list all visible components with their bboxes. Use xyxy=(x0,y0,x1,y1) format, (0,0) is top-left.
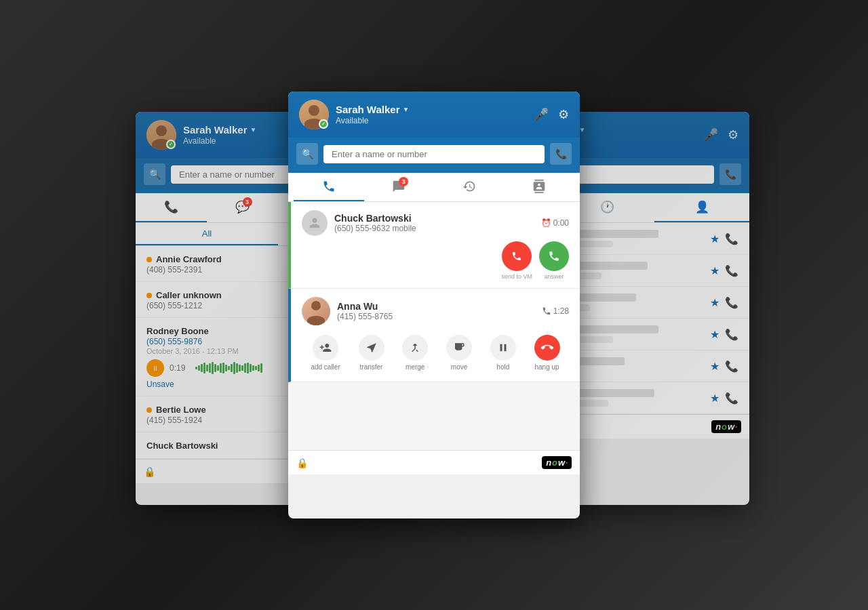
active-caller-info: Anna Wu (415) 555-8765 xyxy=(337,301,535,321)
waveform-bar xyxy=(233,362,235,374)
active-caller-name: Anna Wu xyxy=(337,301,535,312)
active-caller-avatar xyxy=(302,297,330,325)
move-action[interactable]: move xyxy=(446,335,472,371)
call-icon[interactable]: 📞 xyxy=(725,232,738,245)
call-actions-incoming: send to VM answer xyxy=(302,241,569,280)
send-to-vm-button[interactable] xyxy=(502,241,532,271)
search-button[interactable]: 🔍 xyxy=(144,163,165,185)
user-status-indicator-center xyxy=(319,119,328,129)
favorite-icon[interactable]: ★ xyxy=(710,328,719,341)
settings-icon-center[interactable]: ⚙ xyxy=(558,107,569,122)
send-to-vm-label: send to VM xyxy=(501,273,532,280)
incoming-call-card: Chuck Bartowski (650) 555-9632 mobile ⏰ … xyxy=(288,202,580,289)
lock-icon: 🔒 xyxy=(144,466,155,477)
call-icon[interactable]: 📞 xyxy=(725,264,738,277)
add-caller-action[interactable]: add caller xyxy=(311,335,340,371)
waveform-bar xyxy=(209,363,211,373)
favorite-icon[interactable]: ★ xyxy=(710,392,719,405)
waveform-bar xyxy=(222,363,224,373)
call-icon[interactable]: 📞 xyxy=(725,328,738,341)
now-logo-right: n o w • xyxy=(711,420,741,433)
waveform-bar xyxy=(206,365,208,371)
avatar-wrap-center xyxy=(299,100,329,129)
tab-contacts-right[interactable]: 👤 xyxy=(654,193,749,222)
filter-all[interactable]: All xyxy=(136,223,278,245)
waveform-bar xyxy=(239,365,241,371)
phone-button-right[interactable]: 📞 xyxy=(719,163,741,185)
move-icon xyxy=(446,335,472,361)
phone-button-center[interactable]: 📞 xyxy=(550,143,572,165)
call-icon[interactable]: 📞 xyxy=(725,392,738,405)
now-logo-center: n o w • xyxy=(542,456,572,469)
tab-calls-center[interactable] xyxy=(294,173,364,201)
call-icon[interactable]: 📞 xyxy=(725,360,738,373)
waveform-bar xyxy=(241,365,243,371)
tab-messages-left[interactable]: 💬 3 xyxy=(207,193,278,222)
waveform-bar xyxy=(252,365,254,371)
mute-icon-right[interactable]: 🎤 xyxy=(703,127,718,142)
call-icon[interactable]: 📞 xyxy=(725,296,738,309)
panel-footer-center: 🔒 n o w • xyxy=(288,450,580,474)
caller-info: Chuck Bartowski (650) 555-9632 mobile xyxy=(334,213,534,233)
hangup-button[interactable] xyxy=(529,329,566,366)
empty-space xyxy=(288,382,580,450)
answer-button[interactable] xyxy=(539,241,569,271)
status-dot xyxy=(146,257,152,262)
merge-action[interactable]: merge xyxy=(402,335,428,371)
waveform-bar xyxy=(201,364,203,372)
waveform-bar xyxy=(214,364,216,372)
call-list-center: Chuck Bartowski (650) 555-9632 mobile ⏰ … xyxy=(288,202,580,450)
merge-icon xyxy=(402,335,428,361)
hold-action[interactable]: hold xyxy=(490,335,516,371)
waveform-bar xyxy=(255,366,257,370)
chevron-down-icon: ▼ xyxy=(250,126,257,134)
settings-icon-right[interactable]: ⚙ xyxy=(728,127,738,142)
status-dot xyxy=(146,293,152,298)
add-caller-icon xyxy=(313,335,338,361)
favorite-icon[interactable]: ★ xyxy=(710,232,719,245)
panel-center: Sarah Walker ▼ Available 🎤 ⚙ 🔍 📞 3 xyxy=(288,92,580,518)
active-call-duration: 1:28 xyxy=(542,306,569,316)
avatar-wrap xyxy=(146,120,176,150)
tab-contacts-center[interactable] xyxy=(505,173,575,201)
waveform-bar xyxy=(220,363,222,373)
transfer-icon xyxy=(359,335,384,361)
lock-icon-center: 🔒 xyxy=(296,458,308,468)
hangup-action[interactable]: hang up xyxy=(534,335,560,371)
search-input-center[interactable] xyxy=(323,145,545,163)
hold-icon xyxy=(490,335,516,361)
active-call-card: Anna Wu (415) 555-8765 1:28 add caller xyxy=(288,289,580,382)
tab-calls-left[interactable]: 📞 xyxy=(136,193,207,222)
add-caller-label: add caller xyxy=(311,363,340,371)
send-to-vm-action: send to VM xyxy=(501,241,532,280)
favorite-icon[interactable]: ★ xyxy=(710,264,719,277)
waveform-bar xyxy=(225,365,227,371)
user-status-center: Available xyxy=(336,116,527,125)
transfer-action[interactable]: transfer xyxy=(359,335,384,371)
caller-name: Chuck Bartowski xyxy=(334,213,534,224)
waveform-bar xyxy=(195,367,197,369)
user-info-center: Sarah Walker ▼ Available xyxy=(336,104,527,125)
pause-button[interactable]: ⏸ xyxy=(146,359,164,377)
mute-icon-center[interactable]: 🎤 xyxy=(534,107,549,122)
header-icons-center: 🎤 ⚙ xyxy=(534,107,569,122)
waveform-bar xyxy=(258,365,260,371)
header-icons-right: 🎤 ⚙ xyxy=(703,127,738,142)
messages-badge: 3 xyxy=(399,177,408,186)
waveform-bar xyxy=(203,363,205,373)
recording-duration: 0:19 xyxy=(170,363,190,373)
tab-messages-center[interactable]: 3 xyxy=(364,173,435,201)
search-bar-center: 🔍 📞 xyxy=(288,138,580,173)
waveform-bar xyxy=(217,365,219,371)
search-button-center[interactable]: 🔍 xyxy=(296,143,318,165)
waveform-bar xyxy=(198,365,200,371)
active-call-actions: add caller transfer merge xyxy=(302,332,569,373)
waveform-bar xyxy=(260,363,262,373)
favorite-icon[interactable]: ★ xyxy=(710,360,719,373)
tab-history-center[interactable] xyxy=(434,173,505,201)
favorite-icon[interactable]: ★ xyxy=(710,296,719,309)
merge-label: merge xyxy=(406,363,425,371)
waveform-bar xyxy=(244,363,246,373)
hold-label: hold xyxy=(496,363,509,371)
waveform-bar xyxy=(228,366,230,370)
